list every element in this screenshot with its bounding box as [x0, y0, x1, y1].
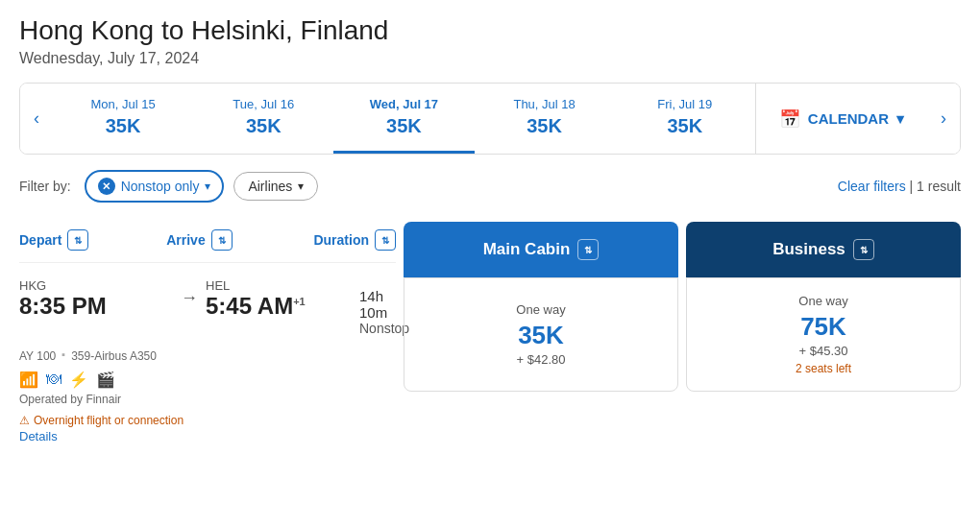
arrive-sort-icon: ⇅	[211, 229, 233, 251]
duration-sort-icon: ⇅	[375, 229, 396, 251]
depart-code: HKG	[19, 278, 173, 293]
left-column: Depart ⇅ Arrive ⇅ Duration ⇅ HKG	[19, 222, 396, 443]
calendar-dropdown-icon: ▾	[896, 110, 904, 128]
calendar-day[interactable]: Fri, Jul 19 35K	[615, 84, 755, 154]
calendar-day[interactable]: Tue, Jul 16 35K	[193, 84, 333, 154]
main-cabin-header[interactable]: Main Cabin ⇅	[404, 222, 678, 277]
duration-block: 14h 10m Nonstop	[359, 278, 409, 336]
fare-headers: Main Cabin ⇅ Business ⇅	[404, 222, 961, 277]
overnight-text: Overnight flight or connection	[34, 414, 184, 427]
airlines-label: Airlines	[248, 179, 292, 194]
main-cabin-fare-points: 35K	[518, 321, 564, 350]
calendar-days: Mon, Jul 15 35K Tue, Jul 16 35K Wed, Jul…	[53, 84, 755, 154]
business-fare-seats: 2 seats left	[796, 362, 851, 375]
main-cabin-fare-cell[interactable]: One way 35K + $42.80	[404, 277, 678, 392]
arrive-block: HEL 5:45 AM+1	[206, 278, 359, 320]
main-cabin-fare-way: One way	[516, 302, 565, 317]
business-header[interactable]: Business ⇅	[686, 222, 961, 277]
flight-meta-row: AY 100 ▪ 359-Airbus A350	[19, 346, 396, 363]
amenity-icon: 📶	[19, 371, 38, 389]
airlines-dropdown-icon: ▾	[298, 180, 304, 193]
overnight-notice: ⚠ Overnight flight or connection	[19, 414, 396, 427]
calendar-day[interactable]: Mon, Jul 15 35K	[53, 84, 193, 154]
day-label: Tue, Jul 16	[233, 97, 294, 111]
results-wrapper: Depart ⇅ Arrive ⇅ Duration ⇅ HKG	[19, 222, 961, 443]
day-label: Thu, Jul 18	[513, 97, 575, 111]
business-fare-cell[interactable]: One way 75K + $45.30 2 seats left	[686, 277, 961, 392]
fare-cells: One way 35K + $42.80 One way 75K + $45.3…	[404, 277, 961, 392]
right-column: Main Cabin ⇅ Business ⇅ One way 35K + $4…	[404, 222, 961, 392]
stop-type: Nonstop	[359, 321, 409, 336]
clear-filters-area: Clear filters | 1 result	[838, 179, 961, 194]
warning-icon: ⚠	[19, 414, 30, 427]
flight-number: AY 100	[19, 349, 56, 363]
arrive-column-header[interactable]: Arrive ⇅	[166, 229, 313, 251]
clear-filters-link[interactable]: Clear filters	[838, 179, 906, 194]
page-title: Hong Kong to Helsinki, Finland	[19, 15, 961, 46]
depart-column-header[interactable]: Depart ⇅	[19, 229, 166, 251]
nonstop-filter-tag[interactable]: ✕ Nonstop only ▾	[85, 170, 225, 203]
day-price: 35K	[527, 115, 562, 137]
day-label: Wed, Jul 17	[370, 97, 438, 111]
calendar-prev-button[interactable]: ‹	[20, 84, 53, 154]
aircraft-type: 359-Airbus A350	[71, 349, 157, 363]
arrive-code: HEL	[206, 278, 359, 293]
depart-sort-icon: ⇅	[67, 229, 88, 251]
flight-row: HKG 8:35 PM → HEL 5:45 AM+1 14h 10	[19, 262, 396, 344]
business-fare-cash: + $45.30	[799, 344, 848, 358]
airlines-filter-tag[interactable]: Airlines ▾	[233, 172, 318, 201]
duration-column-header[interactable]: Duration ⇅	[313, 229, 396, 251]
flight-amenities: 📶🍽⚡🎬	[19, 371, 396, 389]
day-label: Fri, Jul 19	[657, 97, 712, 111]
main-cabin-fare-cash: + $42.80	[517, 352, 566, 367]
flight-airports: HKG 8:35 PM → HEL 5:45 AM+1 14h 10	[19, 278, 409, 336]
day-price: 35K	[386, 115, 422, 137]
calendar-next-button[interactable]: ›	[927, 84, 960, 154]
business-fare-points: 75K	[800, 312, 846, 342]
calendar-day[interactable]: Wed, Jul 17 35K	[333, 84, 474, 154]
depart-block: HKG 8:35 PM	[19, 278, 173, 320]
business-fare-way: One way	[798, 294, 847, 308]
depart-label: Depart	[19, 232, 61, 248]
day-label: Mon, Jul 15	[90, 97, 155, 111]
duration-time: 14h 10m	[359, 288, 409, 321]
calendar-row: ‹ Mon, Jul 15 35K Tue, Jul 16 35K Wed, J…	[19, 83, 961, 155]
business-sort-icon: ⇅	[853, 239, 874, 260]
column-headers: Depart ⇅ Arrive ⇅ Duration ⇅	[19, 222, 396, 262]
nonstop-label: Nonstop only	[121, 179, 200, 194]
filter-separator: |	[910, 179, 918, 194]
day-price: 35K	[246, 115, 282, 137]
business-label: Business	[772, 240, 845, 259]
arrive-day-offset: +1	[293, 296, 306, 307]
arrive-time: 5:45 AM+1	[206, 293, 359, 320]
page-container: Hong Kong to Helsinki, Finland Wednesday…	[0, 0, 980, 459]
filter-row: Filter by: ✕ Nonstop only ▾ Airlines ▾ C…	[19, 170, 961, 203]
filter-by-label: Filter by:	[19, 179, 71, 194]
calendar-open-button[interactable]: 📅 CALENDAR ▾	[755, 84, 927, 154]
calendar-btn-label: CALENDAR	[808, 110, 889, 127]
main-cabin-label: Main Cabin	[483, 240, 571, 259]
nonstop-dropdown-icon: ▾	[205, 180, 210, 193]
nonstop-remove-button[interactable]: ✕	[98, 178, 115, 195]
page-subtitle: Wednesday, July 17, 2024	[19, 50, 961, 67]
arrive-label: Arrive	[166, 232, 205, 248]
amenity-icon: ⚡	[69, 371, 88, 389]
calendar-day[interactable]: Thu, Jul 18 35K	[475, 84, 615, 154]
duration-label: Duration	[313, 232, 369, 248]
amenity-icon: 🎬	[96, 371, 115, 389]
calendar-icon: 📅	[779, 108, 800, 130]
details-link[interactable]: Details	[19, 429, 396, 443]
main-cabin-sort-icon: ⇅	[577, 239, 599, 260]
amenity-icon: 🍽	[46, 371, 61, 389]
operated-by: Operated by Finnair	[19, 393, 396, 406]
result-count: 1 result	[917, 179, 961, 194]
day-price: 35K	[667, 115, 702, 137]
day-price: 35K	[106, 115, 141, 137]
flight-arrow: →	[173, 288, 206, 308]
depart-time: 8:35 PM	[19, 293, 173, 320]
